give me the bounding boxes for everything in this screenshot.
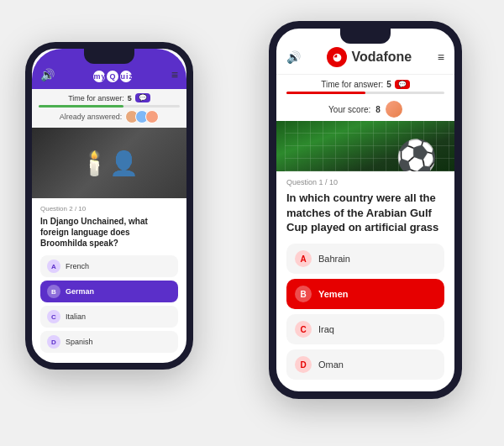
- timer-label-right: Time for answer:: [321, 80, 383, 89]
- option-a-right[interactable]: A Bahrain: [286, 244, 444, 274]
- score-row: Your score: 8: [276, 97, 454, 121]
- option-letter-a-right: A: [295, 250, 312, 267]
- speech-icon-right: 💬: [395, 80, 410, 89]
- avatar-3: [145, 110, 159, 123]
- option-a-left[interactable]: A French: [40, 255, 178, 277]
- vodafone-logo: ◕ Vodafone: [327, 47, 412, 67]
- already-label: Already answered:: [60, 113, 123, 121]
- option-letter-d-right: D: [295, 356, 312, 373]
- progress-bar-left: [39, 105, 180, 108]
- option-text-a-right: Bahrain: [318, 254, 350, 264]
- app-logo-left: myQuiz: [92, 67, 133, 82]
- option-d-right[interactable]: D Oman: [286, 349, 444, 380]
- option-b-right[interactable]: B Yemen: [286, 279, 444, 309]
- option-b-left[interactable]: B German: [40, 281, 178, 302]
- menu-icon[interactable]: ≡: [171, 68, 178, 81]
- carrier-name: Vodafone: [352, 50, 412, 65]
- phone-left: 🔊 myQuiz ≡ Time for answer: 5 💬: [25, 42, 193, 370]
- timer-row-left: Time for answer: 5 💬: [39, 93, 180, 102]
- speech-icon-left: 💬: [135, 93, 150, 102]
- right-app: 🔊 ◕ Vodafone ≡ Time for answer: 5 💬: [276, 29, 454, 391]
- phone-right: 🔊 ◕ Vodafone ≡ Time for answer: 5 💬: [269, 21, 462, 399]
- timer-value-right: 5: [386, 80, 391, 89]
- quiz-body-right: Question 1 / 10 In which country were al…: [276, 171, 454, 391]
- timer-value-left: 5: [128, 94, 132, 102]
- option-letter-b-right: B: [295, 286, 312, 302]
- menu-icon-right[interactable]: ≡: [438, 50, 444, 64]
- quiz-body-left: Question 2 / 10 In Django Unchained, wha…: [32, 198, 186, 363]
- option-c-right[interactable]: C Iraq: [286, 314, 444, 344]
- option-letter-d-left: D: [47, 335, 60, 349]
- option-letter-b-left: B: [47, 285, 60, 298]
- timer-row-right: Time for answer: 5 💬: [286, 80, 444, 89]
- option-text-b-right: Yemen: [318, 289, 348, 299]
- quiz-image-right: ⚽: [276, 121, 454, 171]
- option-letter-c-left: C: [47, 310, 60, 323]
- question-label-right: Question 1 / 10: [286, 178, 444, 186]
- progress-fill-left: [39, 105, 123, 108]
- quiz-image-left: 🕯️👤: [32, 128, 186, 198]
- question-text-left: In Django Unchained, what foreign langua…: [40, 216, 178, 249]
- logo-circle: Q: [107, 71, 118, 82]
- left-status-bar: Time for answer: 5 💬 Already answered:: [32, 89, 186, 128]
- option-text-d-left: Spanish: [66, 338, 93, 346]
- progress-bar-right: [286, 92, 444, 94]
- soccer-ball-icon: ⚽: [396, 138, 438, 171]
- option-d-left[interactable]: D Spanish: [40, 331, 178, 353]
- option-text-c-left: Italian: [66, 312, 86, 321]
- question-label-left: Question 2 / 10: [40, 205, 178, 213]
- left-app: 🔊 myQuiz ≡ Time for answer: 5 💬: [32, 49, 186, 363]
- option-text-d-right: Oman: [318, 359, 344, 370]
- phones-container: 🔊 myQuiz ≡ Time for answer: 5 💬: [0, 0, 504, 446]
- volume-icon[interactable]: 🔊: [40, 68, 55, 81]
- option-text-a-left: French: [66, 262, 89, 270]
- option-text-b-left: German: [66, 287, 94, 296]
- option-letter-c-right: C: [295, 321, 312, 338]
- progress-fill-right: [286, 92, 365, 94]
- vodafone-circle-icon: ◕: [327, 47, 347, 67]
- avatar-group: [125, 110, 159, 123]
- right-timer-section: Time for answer: 5 💬: [276, 75, 454, 97]
- option-c-left[interactable]: C Italian: [40, 306, 178, 328]
- notch-right: [340, 29, 391, 44]
- score-avatar: [386, 101, 402, 118]
- timer-label-left: Time for answer:: [68, 94, 124, 102]
- question-text-right: In which country were all the matches of…: [286, 191, 444, 235]
- score-value: 8: [375, 105, 381, 114]
- option-text-c-right: Iraq: [318, 324, 334, 334]
- volume-icon-right[interactable]: 🔊: [286, 50, 301, 64]
- option-letter-a-left: A: [47, 260, 60, 273]
- already-row: Already answered:: [39, 110, 180, 123]
- quiz-image-icon: 🕯️👤: [80, 150, 139, 177]
- score-label: Your score:: [328, 105, 370, 114]
- notch-left: [84, 49, 134, 64]
